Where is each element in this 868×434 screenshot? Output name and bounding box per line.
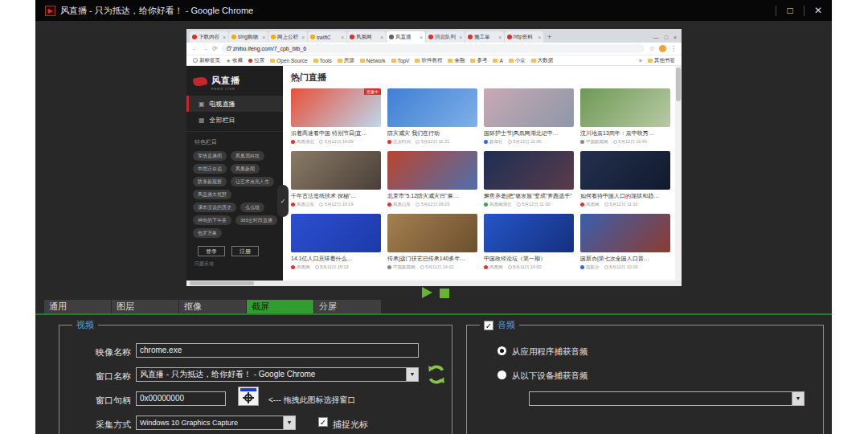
image-name-input[interactable]: chrome.exe — [136, 343, 419, 358]
category-tag[interactable]: 神奇的下午茶 — [193, 215, 231, 225]
new-tab-button[interactable]: + — [547, 33, 551, 41]
menu-kebab-icon[interactable]: ⋮ — [670, 45, 677, 52]
back-icon[interactable]: ← — [191, 45, 198, 52]
sidebar-menu-item[interactable]: ▦全部栏目 — [186, 112, 283, 128]
maximize-icon[interactable]: □ — [665, 35, 668, 40]
login-button[interactable]: 登录 — [198, 246, 225, 256]
close-button[interactable]: ✕ — [811, 5, 825, 16]
refresh-window-list-icon[interactable] — [426, 364, 447, 385]
bookmark-item[interactable]: 房源 — [338, 57, 354, 64]
video-card[interactable]: 国际护士节|凤凰网湖北记中…新华社5月12日 11:00 — [484, 88, 574, 145]
tab-close-icon[interactable]: × — [538, 35, 541, 40]
browser-tab[interactable]: sing购物× — [229, 31, 268, 43]
window-handle-input[interactable]: 0x00000000 — [136, 391, 226, 406]
category-tag[interactable]: 中国正在说 — [193, 164, 227, 174]
bookmark-item[interactable]: 新标签页 — [193, 57, 220, 64]
url-field[interactable]: zhibo.ifeng.com/7_cpb_btb_6 — [222, 44, 645, 53]
bookmark-item[interactable]: Network — [360, 58, 386, 63]
chevron-down-icon[interactable]: ▼ — [792, 392, 804, 405]
audio-enabled-checkbox[interactable]: ✓ — [484, 321, 493, 330]
mode-tab-截屏[interactable]: 截屏 — [247, 300, 313, 313]
bookmark-item[interactable]: Open Source — [270, 58, 307, 63]
page-vertical-scrollbar[interactable] — [675, 66, 682, 280]
tab-close-icon[interactable]: × — [341, 35, 344, 40]
site-logo[interactable]: 风直播 FENG LIVE — [186, 69, 283, 96]
sidebar-flyout-check[interactable]: ✓ — [277, 185, 289, 217]
audio-device-select[interactable]: ▼ — [529, 391, 805, 406]
tab-close-icon[interactable]: × — [301, 35, 305, 40]
capture-cursor-checkbox[interactable]: ✓ — [318, 417, 328, 427]
register-button[interactable]: 注册 — [231, 246, 259, 256]
bookmark-item[interactable]: 软件教程 — [415, 57, 442, 64]
video-card[interactable]: 直播中沿着高速看中国 特别节目|直…凤凰湖北5月12日 14:09 — [291, 88, 381, 145]
bookmarks-overflow-icon[interactable]: » — [639, 58, 642, 63]
category-tag[interactable]: 凤凰黑科技 — [231, 151, 264, 161]
video-card[interactable]: 如何看待中国人口的现状和趋…凤凰网5月12日 11:10 — [580, 151, 670, 207]
tab-close-icon[interactable]: × — [498, 35, 502, 40]
chevron-down-icon[interactable]: ▼ — [283, 416, 295, 429]
capture-method-select[interactable]: Windows 10 Graphics Capture ▼ — [136, 416, 296, 430]
tab-close-icon[interactable]: × — [262, 35, 265, 40]
mode-tab-抠像[interactable]: 抠像 — [179, 300, 246, 313]
bookmark-item[interactable]: 金融 — [448, 57, 465, 64]
browser-tab[interactable]: 风直播× — [387, 31, 425, 43]
mode-tab-图层[interactable]: 图层 — [112, 300, 178, 313]
bookmark-star-icon[interactable]: ☆ — [649, 45, 655, 52]
video-card[interactable]: 千年古法造纸技术 探秘"…凤凰山东5月12日 10:19 — [291, 151, 381, 207]
bookmark-item[interactable]: 位置 — [248, 57, 264, 64]
minimize-icon[interactable]: — — [653, 35, 659, 40]
sidebar-menu-item[interactable]: ▣电视直播 — [186, 96, 283, 112]
video-card[interactable]: 14.1亿人口意味着什么…凤凰网5月11日 15:13 — [291, 214, 381, 270]
category-tag[interactable]: 么么哒 — [240, 203, 264, 212]
browser-window-controls[interactable]: —□× — [653, 35, 682, 43]
browser-tab[interactable]: http资料× — [505, 31, 543, 43]
bookmark-item[interactable]: 小众 — [509, 57, 526, 64]
other-bookmarks[interactable]: 其他书签 — [648, 57, 675, 64]
category-tag[interactable]: 365全时段直播 — [235, 215, 277, 225]
bookmark-item[interactable]: A — [493, 58, 502, 63]
category-tag[interactable]: 让艺术点亮人生 — [231, 177, 274, 186]
window-finder-icon[interactable] — [238, 387, 259, 406]
tab-close-icon[interactable]: × — [223, 35, 226, 40]
stop-button[interactable] — [440, 289, 449, 298]
category-tag[interactable]: 课本没说的历史 — [193, 203, 236, 212]
window-name-select[interactable]: 风直播 - 只为抵达，给你好看！ - Google Chrome ▼ — [136, 367, 419, 382]
maximize-button[interactable]: □ — [783, 5, 797, 16]
profile-avatar[interactable] — [659, 45, 666, 52]
video-card[interactable]: 汶川地震13周年：震中映秀…中国新闻网5月12日 10:40 — [580, 88, 670, 145]
scrollbar-thumb[interactable] — [190, 281, 254, 285]
category-tag[interactable]: 凤凰新闻 — [231, 164, 260, 174]
video-card[interactable]: 传承|这门技艺已传承140多年…中国新闻网5月11日 14:22 — [387, 214, 477, 270]
category-tag[interactable]: 包罗万象 — [193, 228, 222, 238]
browser-tab[interactable]: swiftC× — [308, 31, 346, 43]
bookmark-item[interactable]: Tools — [313, 58, 332, 63]
video-card[interactable]: 北京市"5.12防灾减灾日"展…凤凰山东5月12日 09:20 — [387, 151, 477, 207]
category-tag[interactable]: 军情直播间 — [193, 151, 227, 161]
bookmark-item[interactable]: 大数据 — [531, 57, 554, 64]
reload-icon[interactable]: ⟳ — [212, 45, 218, 52]
audio-from-app-radio[interactable] — [497, 346, 506, 355]
browser-tab[interactable]: 网上公积× — [268, 31, 307, 43]
video-card[interactable]: 中国政经论坛（第一期）凤凰网5月11日 14:00 — [484, 214, 574, 270]
video-card[interactable]: 聚焦养老|把"银发族"变成"奔跑选手"凤凰网湖北5月12日 11:30 — [484, 151, 574, 207]
video-card[interactable]: 国新办|第七次全国人口普…国新办5月11日 10:00 — [580, 214, 670, 270]
browser-tab[interactable]: 凤凰网× — [347, 31, 386, 43]
bookmark-item[interactable]: TopV — [391, 58, 410, 63]
feedback-link[interactable]: 问题反馈 — [186, 256, 283, 268]
close-icon[interactable]: × — [674, 35, 677, 40]
play-button[interactable] — [422, 287, 432, 298]
scrollbar-thumb[interactable] — [676, 68, 681, 101]
chevron-down-icon[interactable]: ▼ — [406, 368, 418, 381]
browser-tab[interactable]: 下载内容× — [190, 31, 228, 43]
browser-tab[interactable]: 施工单× — [465, 31, 504, 43]
tab-close-icon[interactable]: × — [459, 35, 462, 40]
category-tag[interactable]: 防务新观察 — [193, 177, 227, 186]
category-tag[interactable]: 风直播大视野 — [193, 190, 231, 199]
forward-icon[interactable]: → — [202, 45, 208, 52]
video-card[interactable]: 防灾减灾 我们在行动北京时间5月12日 11:21 — [387, 88, 477, 145]
mode-tab-分屏[interactable]: 分屏 — [314, 300, 381, 313]
tab-close-icon[interactable]: × — [420, 35, 423, 40]
tab-close-icon[interactable]: × — [380, 35, 383, 40]
browser-tab[interactable]: 消息队列× — [426, 31, 465, 43]
audio-from-device-radio[interactable] — [497, 371, 506, 379]
